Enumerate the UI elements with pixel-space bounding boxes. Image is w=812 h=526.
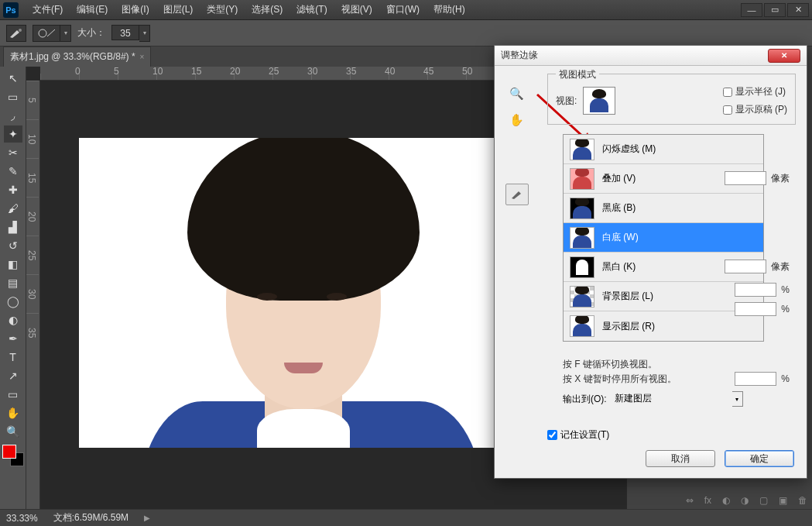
brush-dropdown-arrow[interactable]: ▾ xyxy=(60,25,71,42)
fx-icon[interactable]: fx xyxy=(704,495,711,506)
zoom-tool-icon[interactable]: 🔍 xyxy=(505,84,527,103)
gradient-tool[interactable]: ▤ xyxy=(4,274,22,291)
path-tool[interactable]: ↗ xyxy=(4,367,22,384)
ok-button[interactable]: 确定 xyxy=(725,450,794,467)
marquee-tool[interactable]: ▭ xyxy=(4,88,22,105)
hand-tool-icon[interactable]: ✋ xyxy=(505,111,527,129)
new-icon[interactable]: ▣ xyxy=(779,495,787,506)
stamp-tool[interactable]: ▟ xyxy=(4,218,22,235)
refine-brush-tool[interactable] xyxy=(505,184,529,205)
view-option-on-white[interactable]: 白底 (W) xyxy=(564,223,763,253)
panel-footer-icons: ⇔ fx ◐ ◑ ▢ ▣ 🗑 xyxy=(686,495,807,506)
eraser-tool[interactable]: ◧ xyxy=(4,256,22,273)
view-option-label: 闪烁虚线 (M) xyxy=(602,143,656,156)
brush-preview[interactable] xyxy=(33,25,60,42)
output-label: 输出到(O): xyxy=(563,393,607,406)
view-option-label: 黑白 (K) xyxy=(602,260,636,273)
size-dropdown-arrow[interactable]: ▾ xyxy=(139,25,150,42)
link-icon[interactable]: ⇔ xyxy=(686,495,694,506)
toolbox: ↖ ▭ ◞ ✦ ✂ ✎ ✚ 🖌 ▟ ↺ ◧ ▤ ◯ ◐ ✒ T ↗ ▭ ✋ 🔍 xyxy=(0,67,26,509)
status-arrow-icon[interactable]: ▶ xyxy=(144,514,150,522)
color-swatches[interactable] xyxy=(2,445,24,466)
doc-info: 文档:6.59M/6.59M xyxy=(53,511,128,524)
show-original-check[interactable] xyxy=(723,105,732,115)
eyedropper-tool[interactable]: ✎ xyxy=(4,163,22,180)
minimize-button[interactable]: — xyxy=(741,3,762,17)
field-input[interactable] xyxy=(735,302,776,316)
ruler-tick xyxy=(234,74,272,80)
view-thumbnail-button[interactable]: ▾ xyxy=(583,87,615,115)
dialog-close-button[interactable]: ✕ xyxy=(768,49,800,63)
tool-preset-icon[interactable] xyxy=(6,25,26,42)
lasso-tool[interactable]: ◞ xyxy=(4,107,22,124)
blur-tool[interactable]: ◯ xyxy=(4,293,22,310)
show-radius-checkbox[interactable]: 显示半径 (J) xyxy=(723,85,787,98)
quick-select-tool[interactable]: ✦ xyxy=(4,125,22,143)
dodge-tool[interactable]: ◐ xyxy=(4,311,22,328)
trash-icon[interactable]: 🗑 xyxy=(798,495,807,506)
field-input[interactable] xyxy=(735,372,776,386)
zoom-tool[interactable]: 🔍 xyxy=(4,423,22,440)
mask-icon[interactable]: ◐ xyxy=(722,495,730,506)
field-input[interactable] xyxy=(725,171,766,185)
history-brush-tool[interactable]: ↺ xyxy=(4,237,22,254)
ruler-tick: 5 xyxy=(26,81,39,119)
menu-file[interactable]: 文件(F) xyxy=(26,0,69,19)
refine-edge-dialog: 调整边缘 ✕ 🔍 ✋ 视图模式 视图: ▾ xyxy=(494,45,807,479)
field-input[interactable] xyxy=(735,283,776,297)
view-mode-fieldset: 视图模式 视图: ▾ 显示半径 (J) 显示原稿 (P) xyxy=(547,74,796,125)
menu-window[interactable]: 窗口(W) xyxy=(380,0,426,19)
crop-tool[interactable]: ✂ xyxy=(4,144,22,161)
remember-settings-checkbox[interactable]: 记住设置(T) xyxy=(547,428,609,442)
size-label: 大小： xyxy=(77,26,105,40)
brush-tool[interactable]: 🖌 xyxy=(4,200,22,217)
show-radius-check[interactable] xyxy=(723,88,732,97)
document-tab[interactable]: 素材1.jpg @ 33.3%(RGB/8#) * × xyxy=(3,46,151,67)
view-label: 视图: xyxy=(556,95,577,108)
folder-icon[interactable]: ▢ xyxy=(759,495,768,506)
menu-edit[interactable]: 编辑(E) xyxy=(70,0,114,19)
dialog-body: 🔍 ✋ 视图模式 视图: ▾ 显示半径 (J) xyxy=(495,66,807,478)
menu-filter[interactable]: 滤镜(T) xyxy=(290,0,333,19)
unit-label: 像素 xyxy=(771,260,790,273)
adjustment-icon[interactable]: ◑ xyxy=(741,495,749,506)
dialog-titlebar[interactable]: 调整边缘 ✕ xyxy=(495,46,807,66)
ruler-tick xyxy=(118,74,156,80)
shape-tool[interactable]: ▭ xyxy=(4,386,22,403)
menu-select[interactable]: 选择(S) xyxy=(245,0,289,19)
ruler-tick: 20 xyxy=(26,197,39,235)
close-button[interactable]: ✕ xyxy=(787,3,809,17)
field-input[interactable] xyxy=(725,260,766,273)
ruler-tick xyxy=(427,74,466,80)
menu-help[interactable]: 帮助(H) xyxy=(427,0,471,19)
zoom-level[interactable]: 33.33% xyxy=(6,513,38,524)
view-option-on-layers[interactable]: 背景图层 (L) xyxy=(564,282,763,311)
cancel-button[interactable]: 取消 xyxy=(646,450,715,467)
menu-type[interactable]: 类型(Y) xyxy=(200,0,244,19)
view-mode-legend: 视图模式 xyxy=(556,68,599,81)
dialog-title: 调整边缘 xyxy=(501,49,538,62)
move-tool[interactable]: ↖ xyxy=(4,70,22,87)
size-input[interactable]: 35 xyxy=(111,25,139,40)
options-bar: ▾ 大小： 35 ▾ xyxy=(0,20,812,46)
view-option-label: 叠加 (V) xyxy=(602,172,636,185)
menu-view[interactable]: 视图(V) xyxy=(335,0,379,19)
hand-tool[interactable]: ✋ xyxy=(4,404,22,421)
remember-check[interactable] xyxy=(547,430,557,440)
type-tool[interactable]: T xyxy=(4,349,22,366)
view-option-marching-ants[interactable]: 闪烁虚线 (M) xyxy=(564,135,763,164)
healing-tool[interactable]: ✚ xyxy=(4,181,22,198)
pen-tool[interactable]: ✒ xyxy=(4,330,22,347)
ruler-tick: 25 xyxy=(26,235,39,274)
view-option-reveal-layer[interactable]: 显示图层 (R) xyxy=(564,311,763,341)
view-option-on-black[interactable]: 黑底 (B) xyxy=(564,194,763,223)
show-original-checkbox[interactable]: 显示原稿 (P) xyxy=(723,103,787,116)
menu-image[interactable]: 图像(I) xyxy=(115,0,155,19)
output-select[interactable]: 新建图层 xyxy=(612,391,732,407)
foreground-color[interactable] xyxy=(2,445,16,459)
canvas[interactable] xyxy=(79,138,497,448)
chevron-down-icon[interactable]: ▾ xyxy=(732,391,743,407)
document-tab-close-icon[interactable]: × xyxy=(140,53,145,61)
maximize-button[interactable]: ▭ xyxy=(764,3,786,17)
menu-layer[interactable]: 图层(L) xyxy=(157,0,200,19)
